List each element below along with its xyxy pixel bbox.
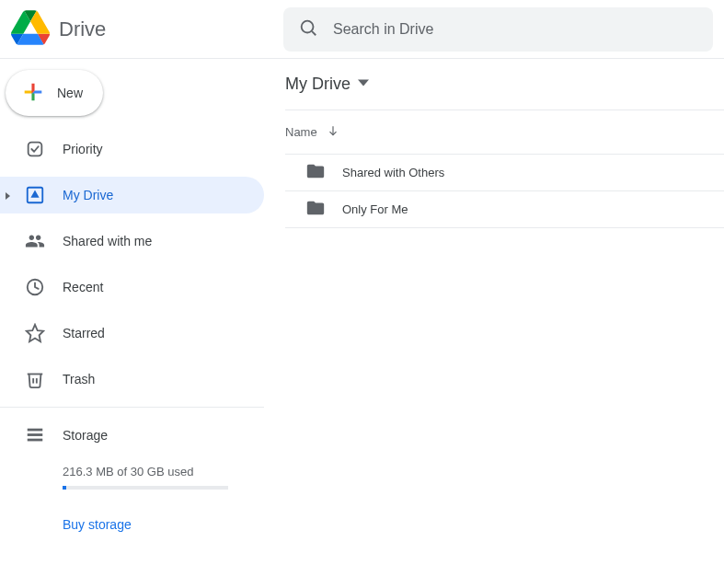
sidebar-item-priority[interactable]: Priority [0, 131, 264, 167]
shared-icon [24, 230, 46, 252]
drive-logo-area[interactable]: Drive [11, 8, 283, 50]
sidebar-item-shared-with-me[interactable]: Shared with me [0, 223, 264, 259]
drive-logo-icon [11, 8, 50, 50]
sort-arrow-down-icon [327, 124, 339, 140]
sidebar-item-starred[interactable]: Starred [0, 315, 264, 352]
buy-storage-link[interactable]: Buy storage [63, 517, 132, 532]
folder-row[interactable]: Shared with Others [285, 155, 724, 191]
sidebar-item-label: Priority [63, 142, 103, 156]
column-header-label: Name [285, 125, 317, 139]
column-header-name[interactable]: Name [285, 110, 724, 155]
main-content: My Drive Name Shared with Others [265, 59, 724, 588]
sidebar-item-label: Shared with me [63, 234, 152, 248]
breadcrumb-label: My Drive [285, 75, 351, 94]
sidebar-item-recent[interactable]: Recent [0, 269, 264, 306]
svg-point-0 [302, 21, 314, 33]
sidebar-item-label: My Drive [63, 188, 113, 202]
folder-icon [305, 198, 326, 221]
svg-rect-8 [28, 429, 43, 432]
recent-icon [24, 276, 46, 298]
storage-usage-bar [63, 486, 228, 490]
storage-usage-text: 216.3 MB of 30 GB used [63, 465, 246, 478]
svg-marker-5 [27, 325, 43, 341]
svg-rect-9 [28, 433, 43, 436]
svg-rect-2 [29, 143, 42, 156]
folder-name: Only For Me [342, 202, 408, 216]
sidebar-item-label: Recent [63, 280, 103, 294]
star-icon [24, 322, 46, 344]
product-name: Drive [59, 17, 106, 41]
sidebar-item-trash[interactable]: Trash [0, 361, 264, 398]
storage-icon [24, 424, 46, 446]
svg-line-1 [312, 31, 316, 35]
sidebar-item-storage[interactable]: Storage [24, 417, 246, 454]
divider [0, 407, 264, 408]
new-button[interactable]: New [6, 70, 103, 116]
priority-icon [24, 138, 46, 160]
folder-icon [305, 161, 326, 184]
search-bar[interactable] [283, 7, 713, 52]
search-icon [298, 17, 318, 40]
plus-icon [20, 79, 46, 108]
sidebar: New Priority My Dri [0, 59, 265, 588]
sidebar-item-label: Starred [63, 326, 105, 340]
storage-label: Storage [63, 428, 108, 443]
folder-name: Shared with Others [342, 166, 444, 179]
my-drive-icon [24, 184, 46, 206]
svg-rect-10 [28, 439, 43, 442]
search-input[interactable] [333, 21, 698, 38]
folder-row[interactable]: Only For Me [285, 191, 724, 228]
trash-icon [24, 368, 46, 390]
caret-down-icon [358, 77, 369, 91]
sidebar-item-label: Trash [63, 372, 95, 386]
new-button-label: New [57, 86, 83, 100]
sidebar-item-my-drive[interactable]: My Drive [0, 177, 264, 213]
breadcrumb[interactable]: My Drive [285, 59, 724, 110]
